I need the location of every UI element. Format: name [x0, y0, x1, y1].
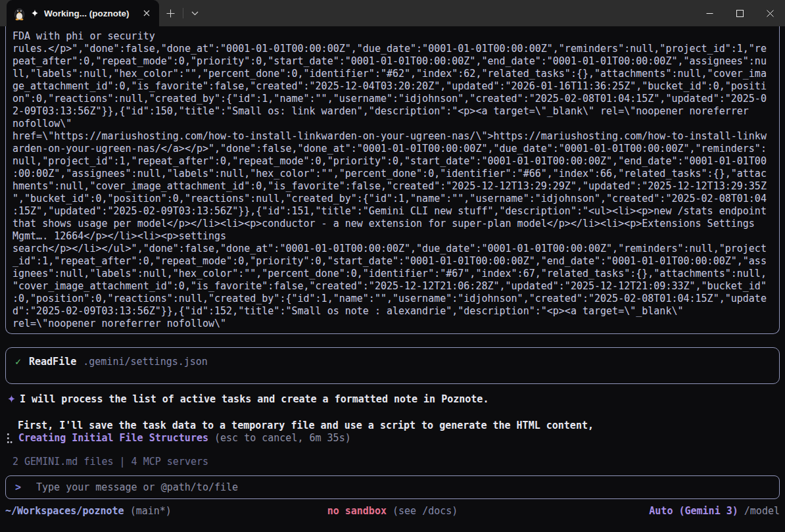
terminal-output-line: href=\"https://mariushosting.com/how-to-… [12, 130, 778, 143]
close-icon [143, 10, 150, 16]
titlebar: Working... (poznote) [0, 0, 785, 26]
plus-icon [166, 9, 175, 18]
tool-call-name: ReadFile [29, 356, 76, 368]
tool-call-box: ✓ ReadFile .gemini/settings.json [5, 347, 780, 384]
linux-tux-icon [13, 7, 26, 20]
model-info: Auto (Gemini 3) /model [458, 505, 780, 518]
terminal-output-line: that shows usage per model</p></li><li><… [12, 218, 778, 230]
terminal-output-line: 2-09T03:13:56Z"}},{"id":150,"title":"Sma… [12, 105, 778, 118]
success-check-icon: ✓ [15, 356, 29, 368]
terminal-output-line: on":0,"reactions":null,"created_by":{"id… [12, 93, 778, 105]
spinner-icon [7, 433, 12, 444]
gemini-sparkle-icon [31, 9, 39, 17]
terminal-output-line: FDA with phi or security [12, 30, 778, 43]
assistant-text-line1: I will process the list of active tasks … [20, 393, 488, 406]
tab-gemini-cli[interactable]: Working... (poznote) [7, 0, 159, 26]
message-input[interactable] [36, 481, 771, 494]
tab-title: Working... (poznote) [44, 9, 135, 18]
terminal-output-line: :15Z","updated":"2025-02-09T03:13:56Z"}}… [12, 205, 778, 218]
assistant-message: I will process the list of active tasks … [7, 393, 780, 406]
terminal-output-line: :00:00Z","assignees":null,"labels":null,… [12, 168, 778, 180]
terminal-output-line: hments":null,"cover_image_attachment_id"… [12, 180, 778, 193]
terminal-output-line: nofollow\" [12, 118, 778, 130]
sandbox-docs-hint: (see /docs) [393, 505, 458, 517]
message-input-box[interactable]: > [5, 475, 780, 499]
terminal-output-line: ","bucket_id":0,"position":0,"reactions"… [12, 193, 778, 205]
minimize-icon [706, 10, 713, 17]
terminal-content: FDA with phi or securityrules.</p>","don… [0, 26, 785, 518]
terminal-output-line: _id":1,"repeat_after":0,"repeat_mode":0,… [12, 255, 778, 268]
assistant-text-line2: First, I'll save the task data to a temp… [18, 420, 780, 432]
tab-dropdown-button[interactable] [183, 0, 206, 26]
workspace-path: ~/Workspaces/poznote [5, 505, 124, 517]
close-window-button[interactable] [755, 0, 785, 26]
maximize-button[interactable] [725, 0, 755, 26]
terminal-output-line: peat_after":0,"repeat_mode":0,"priority"… [12, 55, 778, 68]
terminal-output-line: Mgmt…. 12664</p></li><li><p>settings [12, 230, 778, 243]
sandbox-info: no sandbox (see /docs) [327, 505, 458, 518]
tab-close-button[interactable] [141, 7, 153, 19]
terminal-output-line: rules.</p>","done":false,"done_at":"0001… [12, 43, 778, 55]
context-summary: 2 GEMINI.md files | 4 MCP servers [12, 456, 780, 468]
terminal-output-line: d":"2025-02-09T03:13:56Z"}},{"id":152,"t… [12, 305, 778, 318]
terminal-output-line: :0,"position":0,"reactions":null,"create… [12, 293, 778, 305]
sandbox-status: no sandbox [327, 505, 387, 517]
terminal-output-line: ll,"labels":null,"hex_color":"","percent… [12, 68, 778, 80]
terminal-output-line: search</p></li></ul>","done":false,"done… [12, 243, 778, 255]
model-name: Auto (Gemini 3) [649, 505, 738, 517]
prompt-character: > [15, 481, 21, 494]
close-icon [767, 10, 774, 17]
new-tab-button[interactable] [159, 0, 181, 26]
maximize-icon [736, 10, 744, 17]
caption-buttons [694, 0, 785, 26]
terminal-output-line: rel=\"noopener noreferrer nofollow\" [12, 318, 778, 330]
model-command-hint: /model [744, 505, 780, 517]
status-bar: ~/Workspaces/poznote (main*) no sandbox … [5, 505, 780, 518]
progress-cancel-hint: (esc to cancel, 6m 35s) [214, 432, 351, 445]
progress-label: Creating Initial File Structures [18, 432, 208, 445]
terminal-output-line: ge_attachment_id":0,"is_favorite":false,… [12, 80, 778, 93]
chevron-down-icon [191, 11, 199, 16]
workspace-info: ~/Workspaces/poznote (main*) [5, 505, 327, 518]
terminal-output-line: ignees":null,"labels":null,"hex_color":"… [12, 268, 778, 280]
minimize-button[interactable] [694, 0, 725, 26]
tool-call-argument: .gemini/settings.json [83, 356, 208, 368]
terminal-output-line: null,"project_id":1,"repeat_after":0,"re… [12, 155, 778, 168]
tool-output-box: FDA with phi or securityrules.</p>","don… [5, 26, 780, 334]
terminal-window: Working... (poznote) [0, 0, 785, 518]
git-branch: (main*) [130, 505, 172, 517]
gemini-sparkle-icon [7, 395, 16, 406]
terminal-output-line: "cover_image_attachment_id":0,"is_favori… [12, 280, 778, 293]
terminal-output-line: arden-on-your-ugreen-nas/</a></p>","done… [12, 143, 778, 155]
progress-line: Creating Initial File Structures (esc to… [7, 432, 780, 445]
